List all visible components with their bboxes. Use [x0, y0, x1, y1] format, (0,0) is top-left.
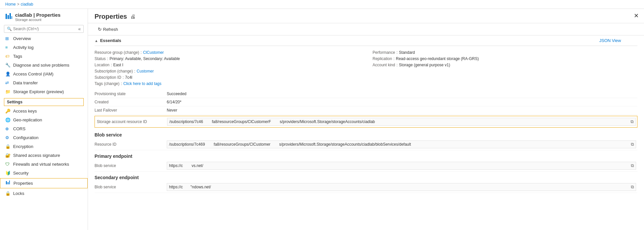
created-row: Created 6/14/20*	[95, 98, 637, 106]
search-icon: 🔍	[7, 27, 12, 31]
blob-service-primary-label: Blob service	[95, 163, 167, 168]
sidebar-item-locks[interactable]: 🔒 Locks	[0, 189, 88, 198]
tags-label: Tags (change)	[95, 81, 119, 86]
refresh-button[interactable]: ↻ Refresh	[95, 25, 121, 33]
essentials-header: ▲ Essentials JSON View	[95, 35, 637, 46]
subscription-value[interactable]: Customer	[137, 69, 154, 73]
sidebar-item-tags[interactable]: 🏷 Tags	[0, 52, 88, 61]
sidebar-item-shared-access-signature[interactable]: 🔐 Shared access signature	[0, 151, 88, 160]
sidebar-item-data-transfer[interactable]: ⇄ Data transfer	[0, 78, 88, 87]
main-content: ✕ Properties 🖨 ↻ Refresh ▲ Essentials JS…	[88, 9, 644, 230]
blob-service-primary-value: https://c vs.net/	[169, 163, 629, 168]
sidebar-item-label: Diagnose and solve problems	[13, 63, 69, 68]
shared-access-icon: 🔐	[5, 153, 11, 158]
resource-group-label: Resource group (change)	[95, 50, 139, 55]
storage-resource-id-row: Storage account resource ID /subscriptio…	[95, 116, 637, 128]
sidebar-item-configuration[interactable]: ⚙ Configuration	[0, 133, 88, 142]
subscription-label: Subscription (change)	[95, 69, 133, 73]
sidebar: ciadlab | Properties Storage account 🔍 «…	[0, 9, 88, 230]
breadcrumb-home[interactable]: Home	[5, 2, 16, 7]
blob-service-secondary-box: https://c "ndows.net/ ⧉	[167, 183, 636, 191]
storage-explorer-icon: 📁	[5, 89, 11, 94]
copy-icon[interactable]: ⧉	[631, 119, 633, 124]
locks-icon: 🔒	[5, 191, 11, 196]
content-header: Properties 🖨	[88, 9, 644, 23]
sidebar-item-storage-explorer[interactable]: 📁 Storage Explorer (preview)	[0, 87, 88, 96]
blob-service-primary-box: https://c vs.net/ ⧉	[167, 162, 636, 170]
sidebar-item-cors[interactable]: ⊕ CORS	[0, 124, 88, 133]
sidebar-item-label: Storage Explorer (preview)	[13, 89, 64, 94]
json-view-link[interactable]: JSON View	[599, 38, 621, 43]
replication-label: Replication	[373, 56, 392, 61]
print-icon[interactable]: 🖨	[130, 14, 136, 20]
firewall-icon: 🛡	[5, 162, 11, 167]
data-transfer-icon: ⇄	[5, 80, 11, 85]
essentials-title: Essentials	[100, 38, 121, 43]
sidebar-item-encryption[interactable]: 🔒 Encryption	[0, 142, 88, 151]
svg-rect-0	[6, 14, 7, 19]
account-kind-label: Account kind	[373, 63, 395, 67]
tags-value[interactable]: Click here to add tags	[123, 81, 161, 86]
sidebar-item-label: Access Control (IAM)	[13, 72, 54, 76]
sidebar-item-label: Configuration	[13, 135, 38, 140]
location-row: Location : East I	[95, 62, 359, 68]
sidebar-item-label: Data transfer	[13, 80, 38, 85]
sidebar-item-activity-log[interactable]: ≡ Activity log	[0, 43, 88, 52]
subscription-id-row: Subscription ID : 7c4l	[95, 74, 359, 80]
svg-rect-5	[8, 182, 9, 184]
provisioning-state-row: Provisioning state Succeeded	[95, 90, 637, 98]
blob-service-secondary-row: Blob service https://c "ndows.net/ ⧉	[95, 181, 637, 193]
last-failover-value: Never	[167, 108, 177, 113]
blob-service-secondary-label: Blob service	[95, 185, 167, 189]
sidebar-title: ciadlab | Properties	[15, 12, 60, 18]
created-value: 6/14/20*	[167, 100, 182, 104]
encryption-icon: 🔒	[5, 144, 11, 149]
sidebar-item-label: Access keys	[13, 109, 37, 114]
resource-group-value[interactable]: ClCustomer	[143, 50, 164, 55]
sidebar-item-firewalls[interactable]: 🛡 Firewalls and virtual networks	[0, 160, 88, 169]
essentials-toggle[interactable]: ▲	[95, 39, 98, 43]
copy-blob-secondary-icon[interactable]: ⧉	[631, 184, 634, 190]
sidebar-item-label: Shared access signature	[13, 153, 60, 158]
sidebar-item-security[interactable]: 🔰 Security	[0, 169, 88, 178]
sidebar-item-label: Security	[13, 171, 29, 176]
sidebar-item-diagnose[interactable]: 🔧 Diagnose and solve problems	[0, 61, 88, 70]
replication-value: Read-access geo-redundant storage (RA-GR…	[396, 56, 479, 61]
sidebar-item-label: Geo-replication	[13, 117, 42, 122]
svg-rect-4	[6, 181, 7, 184]
sidebar-header: ciadlab | Properties Storage account	[0, 9, 88, 24]
status-row: Status : Primary: Available, Secondary: …	[95, 55, 359, 62]
settings-section-label: Settings	[4, 98, 84, 106]
tags-row: Tags (change) : Click here to add tags	[95, 80, 359, 87]
subscription-row: Subscription (change) : Customer	[95, 68, 359, 74]
collapse-icon[interactable]: «	[78, 26, 81, 31]
sidebar-item-properties[interactable]: Properties	[0, 178, 88, 188]
copy-blob-primary-icon[interactable]: ⧉	[631, 163, 634, 168]
security-icon: 🔰	[5, 171, 11, 176]
last-failover-row: Last Failover Never	[95, 106, 637, 115]
search-container: 🔍 «	[4, 25, 84, 33]
storage-resource-id-label: Storage account resource ID	[95, 119, 167, 124]
sidebar-item-overview[interactable]: ⊞ Overview	[0, 34, 88, 43]
copy-blob-resource-id-icon[interactable]: ⧉	[631, 142, 634, 147]
sidebar-item-geo-replication[interactable]: 🌐 Geo-replication	[0, 115, 88, 124]
sidebar-item-access-control[interactable]: 👤 Access Control (IAM)	[0, 70, 88, 78]
replication-row: Replication : Read-access geo-redundant …	[373, 55, 637, 62]
location-label: Location	[95, 63, 109, 67]
activity-log-icon: ≡	[5, 45, 11, 50]
cors-icon: ⊕	[5, 126, 11, 131]
refresh-icon: ↻	[98, 27, 102, 32]
sidebar-item-label: Firewalls and virtual networks	[13, 162, 69, 167]
performance-label: Performance	[373, 50, 395, 55]
resource-group-row: Resource group (change) : ClCustomer	[95, 49, 359, 55]
sidebar-item-access-keys[interactable]: 🔑 Access keys	[0, 107, 88, 115]
overview-icon: ⊞	[5, 36, 11, 41]
blob-service-primary-row: Blob service https://c vs.net/ ⧉	[95, 160, 637, 172]
breadcrumb-current[interactable]: ciadlab	[21, 2, 33, 7]
search-input[interactable]	[13, 27, 78, 31]
page-title: Properties	[95, 13, 127, 20]
sidebar-item-label: Locks	[13, 191, 24, 196]
sidebar-item-label: Encryption	[13, 144, 33, 149]
close-button[interactable]: ✕	[634, 12, 639, 19]
storage-resource-id-value: /subscriptions/7c46 fa8/resourceGroups/C…	[169, 119, 629, 124]
